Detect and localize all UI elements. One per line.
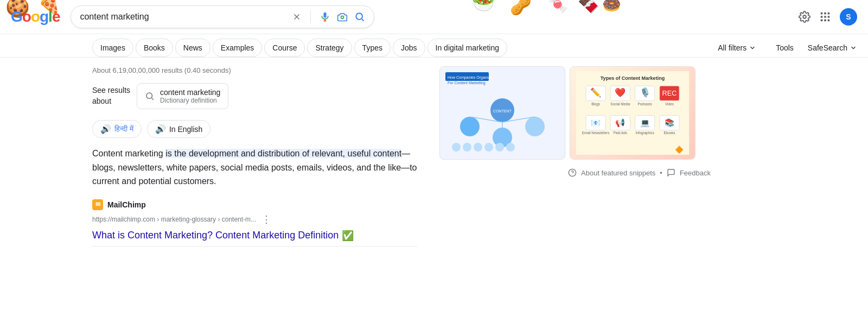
source-row: ✉ MailChimp — [92, 199, 418, 210]
header: Google — [0, 0, 868, 34]
about-snippets-link[interactable]: About featured snippets — [581, 169, 655, 177]
nav-tabs: Images Books News Examples Course Strate… — [0, 34, 868, 58]
svg-rect-11 — [828, 12, 830, 15]
tab-images[interactable]: Images — [92, 39, 133, 57]
close-icon — [292, 12, 302, 22]
images-container: How Companies Organize For Content Marke… — [439, 66, 711, 160]
search-icons — [292, 10, 365, 23]
svg-text:Social Media: Social Media — [610, 102, 630, 106]
safesearch-label: SafeSearch — [808, 43, 847, 52]
search-input[interactable] — [80, 12, 292, 22]
svg-point-8 — [803, 15, 806, 18]
chevron-down-icon — [749, 44, 756, 52]
svg-text:Blogs: Blogs — [591, 102, 600, 106]
nav-right: All filters Tools SafeSearch — [712, 40, 857, 55]
svg-line-19 — [152, 98, 154, 100]
see-results-box[interactable]: content marketing Dictionary definition — [137, 83, 228, 109]
svg-text:Podcasts: Podcasts — [638, 102, 652, 106]
tab-strategy[interactable]: Strategy — [307, 39, 352, 57]
svg-rect-10 — [824, 12, 826, 15]
tab-jobs[interactable]: Jobs — [393, 39, 425, 57]
gear-icon — [799, 11, 810, 23]
featured-footer: About featured snippets • Feedback — [439, 168, 711, 177]
definition-text: Content marketing is the development and… — [92, 147, 418, 188]
svg-rect-13 — [824, 16, 826, 18]
svg-text:CONTENT: CONTENT — [493, 109, 512, 113]
safesearch-button[interactable]: SafeSearch — [808, 43, 857, 52]
see-results-section: See resultsabout content marketing Dicti… — [92, 83, 418, 109]
google-logo[interactable]: Google — [11, 8, 60, 26]
result-link[interactable]: What is Content Marketing? Content Marke… — [92, 230, 418, 242]
svg-text:📚: 📚 — [665, 118, 675, 128]
see-results-sub-text: Dictionary definition — [160, 97, 220, 104]
main-content: About 6,19,00,00,000 results (0.40 secon… — [0, 58, 868, 251]
verified-badge: ✅ — [342, 230, 354, 242]
avatar[interactable]: S — [840, 8, 857, 26]
question-icon — [568, 168, 577, 177]
svg-text:📢: 📢 — [615, 118, 626, 128]
svg-text:Ebooks: Ebooks — [663, 131, 675, 135]
svg-rect-17 — [828, 20, 830, 22]
svg-point-32 — [452, 143, 461, 152]
result-link-text: What is Content Marketing? Content Marke… — [92, 230, 339, 241]
svg-rect-14 — [828, 16, 830, 18]
tab-news[interactable]: News — [175, 39, 210, 57]
feedback-link[interactable]: Feedback — [680, 169, 711, 177]
english-label: In English — [169, 125, 202, 134]
tab-digital-marketing[interactable]: In digital marketing — [427, 39, 508, 57]
speaker-icon: 🔊 — [100, 124, 111, 134]
svg-rect-16 — [824, 20, 826, 22]
tab-examples[interactable]: Examples — [213, 39, 262, 57]
svg-text:❤️: ❤️ — [615, 87, 626, 98]
all-filters-button[interactable]: All filters — [712, 40, 762, 55]
feedback-icon — [667, 168, 675, 177]
tools-button[interactable]: Tools — [770, 40, 799, 55]
tab-course[interactable]: Course — [264, 39, 305, 57]
settings-button[interactable] — [799, 11, 810, 23]
logo-area: Google — [11, 8, 60, 26]
image-box-2[interactable]: Types of Content Marketing ✏️ Blogs ❤️ S… — [570, 66, 695, 160]
svg-text:✏️: ✏️ — [590, 87, 602, 98]
english-button[interactable]: 🔊 In English — [147, 120, 210, 138]
svg-point-34 — [474, 143, 482, 152]
svg-point-5 — [341, 16, 344, 18]
tab-types[interactable]: Types — [354, 39, 391, 57]
svg-rect-38 — [576, 71, 689, 155]
apps-button[interactable] — [819, 11, 831, 23]
svg-text:Email Newsletters: Email Newsletters — [582, 131, 610, 135]
image-placeholder-2: Types of Content Marketing ✏️ Blogs ❤️ S… — [570, 67, 695, 159]
search-button[interactable] — [354, 11, 365, 22]
svg-rect-12 — [821, 16, 823, 18]
svg-text:For Content Marketing: For Content Marketing — [448, 81, 486, 85]
see-results-main-text: content marketing — [160, 88, 220, 97]
image-placeholder-1: How Companies Organize For Content Marke… — [440, 67, 565, 159]
right-column: How Companies Organize For Content Marke… — [439, 66, 711, 251]
dot-separator: • — [660, 169, 662, 177]
voice-search-button[interactable] — [320, 11, 330, 22]
mic-icon — [320, 11, 330, 22]
camera-icon — [337, 11, 348, 22]
svg-point-26 — [460, 117, 480, 136]
svg-text:Video: Video — [665, 102, 674, 106]
tab-books[interactable]: Books — [136, 39, 173, 57]
clear-button[interactable] — [292, 12, 302, 22]
grid-icon — [819, 11, 831, 23]
see-results-text: content marketing Dictionary definition — [160, 88, 220, 104]
svg-point-33 — [463, 143, 471, 152]
source-more-button[interactable]: ⋮ — [261, 213, 271, 225]
svg-rect-9 — [821, 12, 823, 15]
svg-point-37 — [506, 143, 515, 152]
svg-text:Infographics: Infographics — [635, 131, 654, 135]
image-box-1[interactable]: How Companies Organize For Content Marke… — [439, 66, 565, 160]
header-right: S — [799, 8, 857, 26]
language-buttons: 🔊 हिन्दी में 🔊 In English — [92, 120, 418, 138]
speaker-icon-2: 🔊 — [155, 124, 166, 134]
source-url: https://mailchimp.com › marketing-glossa… — [92, 216, 256, 223]
search-bar — [71, 5, 374, 28]
hindi-button[interactable]: 🔊 हिन्दी में — [92, 120, 142, 138]
lens-button[interactable] — [337, 11, 348, 22]
svg-text:How Companies Organize: How Companies Organize — [448, 75, 492, 80]
svg-text:🔶: 🔶 — [675, 146, 684, 154]
source-favicon: ✉ — [92, 199, 103, 210]
svg-point-18 — [146, 93, 152, 99]
